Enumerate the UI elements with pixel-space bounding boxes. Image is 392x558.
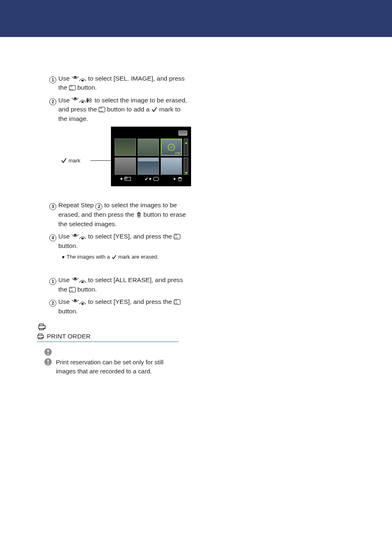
- scroll-indicator-icon: ▼: [184, 171, 188, 175]
- step-ref-2: 2: [95, 203, 102, 210]
- text: button to add a: [107, 106, 152, 113]
- print-icon: [38, 323, 46, 331]
- step-number-2: 2: [49, 98, 56, 105]
- trash-button-icon: [136, 212, 142, 218]
- svg-point-15: [81, 238, 84, 239]
- svg-point-27: [47, 363, 48, 364]
- sel-image-figure: mark ✓ 2/30 ▲ ▼: [49, 127, 191, 192]
- check-action-icon: ✔✦: [145, 176, 159, 182]
- thumbnail: [138, 157, 159, 175]
- checkmark-icon: [61, 158, 67, 163]
- svg-point-18: [81, 281, 84, 283]
- selection-counter: 2/30: [175, 152, 180, 155]
- step-sel-4: 4 Use ✕ to select [YES], and press the b…: [49, 232, 191, 250]
- step-number-3: 3: [49, 203, 56, 210]
- selection-check-icon: ✓: [168, 144, 175, 151]
- step-all-2: 2 Use ✕ to select [YES], and press the b…: [49, 297, 191, 316]
- svg-point-5: [81, 101, 84, 103]
- ok-func-button-icon: [174, 299, 180, 305]
- card-indicator-icon: [178, 130, 187, 136]
- step-number-2: 2: [49, 300, 56, 307]
- print-order-section: PRINT ORDER: [37, 323, 191, 376]
- svg-rect-23: [42, 337, 44, 338]
- print-order-heading: PRINT ORDER: [47, 333, 91, 340]
- svg-text:✕: ✕: [74, 234, 76, 236]
- page-content: 1 Use ✕ to select [SEL. IMAGE], and pres…: [0, 37, 392, 376]
- svg-text:✕: ✕: [74, 97, 76, 100]
- thumbnail: [115, 157, 136, 175]
- print-icon: [37, 333, 44, 340]
- text: Use: [58, 97, 71, 104]
- step-sel-1: 1 Use ✕ to select [SEL. IMAGE], and pres…: [49, 74, 191, 93]
- print-order-note: Print reservation can be set only for st…: [56, 358, 179, 376]
- text: button.: [58, 242, 78, 249]
- ok-func-button-icon: [69, 287, 76, 292]
- thumbnail: [138, 139, 159, 156]
- note-sel-erase: ● The images with a mark are erased.: [62, 254, 191, 260]
- erase-action-icon: ✦: [173, 176, 182, 182]
- figure-mark-label: mark: [61, 157, 81, 164]
- lcd-screen: ✓ 2/30 ▲ ▼ ✦ ✔✦ ✦: [111, 127, 191, 186]
- svg-text:✕: ✕: [74, 76, 76, 78]
- text: Use: [58, 233, 71, 240]
- svg-text:▶: ▶: [87, 99, 89, 102]
- checkmark-icon: [151, 107, 157, 112]
- text: to select [YES], and press the: [88, 233, 174, 240]
- svg-text:✦: ✦: [90, 99, 92, 102]
- text: Repeat Step: [58, 201, 95, 208]
- svg-text:✕: ✕: [74, 278, 76, 280]
- text: button.: [77, 286, 97, 293]
- text: The images with a: [67, 254, 111, 260]
- header-bar: [0, 0, 392, 37]
- ok-func-button-icon: [69, 85, 76, 90]
- step-all-1: 1 Use ✕ to select [ALL ERASE], and press…: [49, 276, 191, 294]
- step-number-4: 4: [49, 234, 56, 241]
- step-number-1: 1: [49, 76, 56, 83]
- ok-func-button-icon: [174, 234, 180, 239]
- text: Use: [58, 298, 71, 305]
- thumbnail-selected: ✓ 2/30: [161, 139, 182, 156]
- up-down-arc-icon: ✕: [71, 76, 86, 81]
- text: mark are erased.: [118, 254, 159, 260]
- step-sel-3: 3 Repeat Step 2 to select the images to …: [49, 201, 191, 229]
- svg-rect-11: [125, 177, 127, 179]
- up-down-arc-icon: ✕: [71, 299, 86, 305]
- thumbnail: [115, 139, 136, 156]
- caution-icon: [44, 348, 52, 356]
- zoom-icon: ✦: [120, 176, 131, 182]
- ok-func-button-icon: [99, 107, 105, 112]
- svg-text:✕: ✕: [74, 299, 76, 301]
- thumbnail: [161, 157, 182, 175]
- text: Use: [58, 276, 71, 283]
- checkmark-icon: [111, 255, 117, 259]
- four-way-nav-icon: ✕ ▶ ✦: [71, 97, 93, 104]
- up-down-arc-icon: ✕: [71, 278, 86, 283]
- up-down-arc-icon: ✕: [71, 234, 86, 239]
- callout-line: [90, 160, 111, 161]
- step-number-1: 1: [49, 278, 56, 285]
- scroll-indicator-icon: ▲: [184, 140, 188, 145]
- text: Use: [58, 75, 71, 82]
- svg-rect-12: [154, 177, 159, 181]
- text: button.: [77, 84, 97, 91]
- text: to select [YES], and press the: [88, 298, 174, 305]
- step-sel-2: 2 Use ✕ ▶ ✦ to select the image to be er…: [49, 96, 191, 123]
- svg-point-25: [47, 353, 48, 354]
- svg-point-21: [81, 303, 84, 305]
- caution-icon: [44, 358, 52, 366]
- svg-point-2: [81, 80, 84, 81]
- lcd-toolbar: ✦ ✔✦ ✦: [113, 175, 189, 183]
- text: button.: [58, 308, 78, 315]
- svg-rect-22: [44, 328, 45, 328]
- text: mark: [69, 157, 81, 164]
